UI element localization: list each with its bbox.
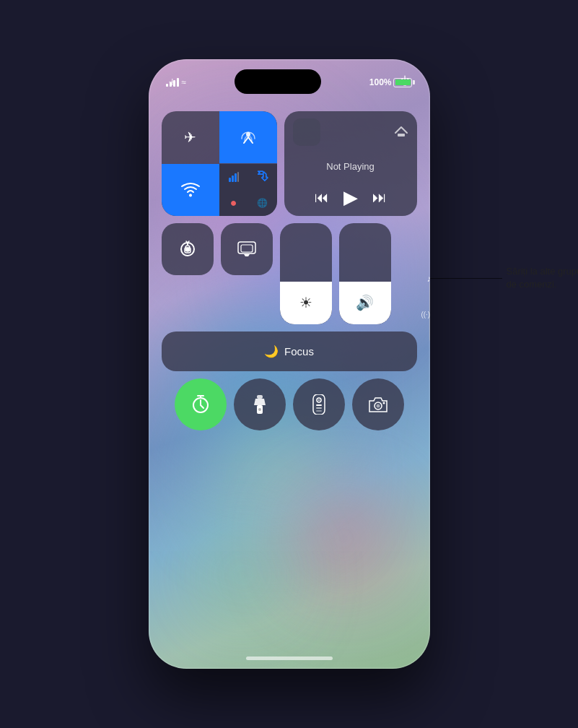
- annotation-text: Săriți la alte grupuri de comenzi.: [502, 265, 579, 291]
- svg-rect-4: [235, 173, 237, 182]
- status-left: ≈: [166, 77, 187, 87]
- svg-point-25: [382, 402, 385, 404]
- focus-row: 🌙 Focus: [162, 332, 417, 371]
- focus-dot-button[interactable]: ●: [219, 196, 248, 209]
- connectivity-panel: ✈: [162, 111, 277, 216]
- cellular-button[interactable]: [219, 172, 248, 182]
- orientation-lock-button[interactable]: [162, 223, 214, 275]
- timer-button[interactable]: [175, 378, 227, 430]
- svg-rect-20: [316, 404, 322, 406]
- bottom-buttons-row: [162, 378, 417, 430]
- signal-bar-2: [170, 82, 172, 87]
- svg-point-19: [318, 399, 320, 401]
- battery-icon: [393, 78, 412, 87]
- bg-blob-5: [300, 495, 387, 582]
- volume-icon: 🔊: [356, 294, 374, 311]
- media-controls: ⏮ ▶ ⏭: [293, 186, 408, 209]
- airplay-button[interactable]: [394, 124, 408, 142]
- camera-icon: [368, 396, 388, 413]
- signal-side-indicator: ((·)): [421, 311, 429, 318]
- signal-bar-1: [166, 84, 168, 87]
- slider-area: ☀ 🔊 ♥ ♪ ((·)): [280, 223, 417, 324]
- screen-mirror-icon: [237, 241, 256, 257]
- battery-fill: [395, 79, 411, 85]
- wifi-icon: [180, 182, 201, 198]
- volume-slider[interactable]: 🔊 ♥: [339, 223, 391, 324]
- mini-buttons-grid: ⮷ ● 🌐: [219, 164, 277, 216]
- skip-forward-button[interactable]: ⏭: [372, 189, 387, 206]
- brightness-icon: ☀: [299, 294, 312, 311]
- orientation-lock-icon: [178, 239, 198, 259]
- media-panel: Not Playing ⏮ ▶ ⏭: [284, 111, 417, 216]
- tv-remote-button[interactable]: [293, 378, 345, 430]
- control-center: ✈: [162, 111, 417, 430]
- svg-rect-2: [229, 178, 231, 182]
- dynamic-island: [235, 69, 321, 94]
- airdrop-icon: [240, 129, 257, 146]
- brightness-slider[interactable]: ☀: [280, 223, 332, 324]
- timer-icon: [191, 394, 211, 415]
- cellular-icon: [229, 172, 239, 182]
- svg-point-24: [376, 404, 380, 408]
- wifi-button[interactable]: [162, 164, 219, 216]
- tv-remote-icon: [311, 394, 327, 415]
- svg-rect-14: [257, 395, 263, 399]
- svg-point-16: [258, 408, 261, 411]
- signal-bar-3: [173, 80, 175, 87]
- battery-indicator: 100%: [369, 77, 413, 87]
- controls-sliders-row: ☀ 🔊 ♥ ♪ ((·)): [162, 223, 417, 324]
- signal-bar-4: [177, 78, 179, 87]
- skip-back-button[interactable]: ⏮: [315, 189, 329, 206]
- svg-rect-12: [241, 245, 253, 252]
- svg-rect-21: [316, 407, 322, 409]
- signal-bars: [166, 78, 179, 87]
- media-album-art: [293, 118, 320, 146]
- annotation-line: [430, 278, 502, 279]
- status-bar: ≈ 100%: [166, 71, 413, 94]
- flashlight-icon: [252, 395, 268, 414]
- airplane-mode-button[interactable]: ✈: [162, 111, 219, 163]
- focus-label: Focus: [284, 345, 314, 358]
- svg-rect-3: [232, 176, 234, 182]
- focus-button[interactable]: 🌙 Focus: [162, 332, 417, 371]
- screen-mirror-button[interactable]: [221, 223, 273, 275]
- phone-frame: + ⏻ ≈ 100%: [149, 59, 430, 669]
- svg-rect-6: [398, 134, 405, 136]
- battery-percentage: 100%: [369, 77, 392, 87]
- music-side-indicator: ♪: [427, 274, 430, 284]
- svg-rect-22: [316, 410, 322, 412]
- phone-background: + ⏻ ≈ 100%: [149, 59, 430, 669]
- vpn-button[interactable]: 🌐: [248, 198, 277, 208]
- now-playing-text: Not Playing: [293, 158, 408, 175]
- camera-button[interactable]: [352, 378, 404, 430]
- svg-point-1: [189, 194, 192, 196]
- bg-blob-6: [206, 539, 279, 611]
- airdrop-button[interactable]: [219, 111, 277, 163]
- focus-moon-icon: 🌙: [264, 344, 279, 358]
- bluetooth-button[interactable]: ⮷: [248, 170, 277, 183]
- flashlight-button[interactable]: [234, 378, 286, 430]
- media-top: [293, 118, 408, 146]
- home-indicator[interactable]: [246, 656, 333, 660]
- connectivity-media-row: ✈: [162, 111, 417, 216]
- small-buttons: [162, 223, 273, 324]
- airplay-icon: [394, 124, 408, 138]
- annotation: Săriți la alte grupuri de comenzi.: [430, 265, 579, 291]
- play-button[interactable]: ▶: [343, 186, 358, 209]
- wifi-status-icon: ≈: [182, 77, 187, 87]
- svg-rect-5: [237, 172, 239, 182]
